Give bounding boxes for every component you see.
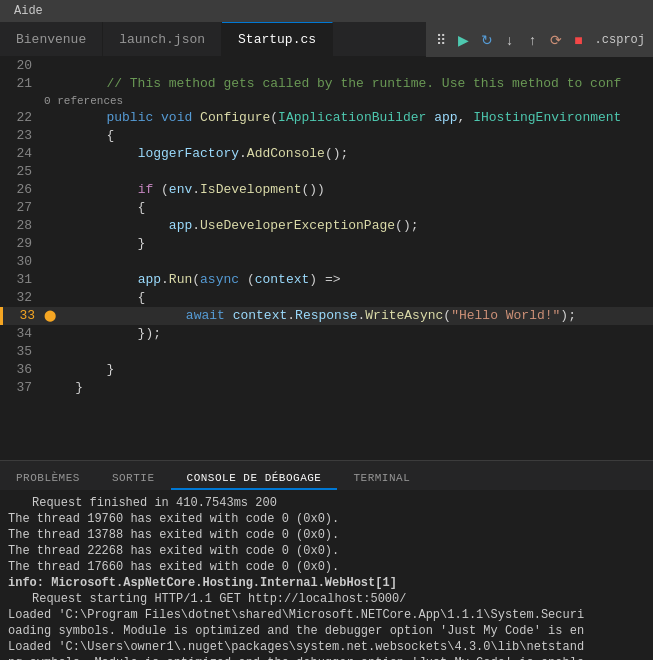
tab-bienvenue[interactable]: Bienvenue	[0, 22, 103, 57]
console-line-6: info: Microsoft.AspNetCore.Hosting.Inter…	[8, 575, 645, 591]
code-line-20: 20	[0, 57, 653, 75]
console-output: Request finished in 410.7543ms 200 The t…	[0, 491, 653, 660]
menu-bar: Aide	[0, 0, 653, 22]
code-line-30: 30	[0, 253, 653, 271]
code-line-24: 24 loggerFactory.AddConsole();	[0, 145, 653, 163]
code-line-33: 33 ⬤ await context.Response.WriteAsync("…	[0, 307, 653, 325]
code-line-27: 27 {	[0, 199, 653, 217]
tab-sortie[interactable]: SORTIE	[96, 468, 171, 490]
tab-startup-cs[interactable]: Startup.cs	[222, 22, 333, 57]
debug-marker: ⬤	[43, 307, 57, 325]
code-line-23: 23 {	[0, 127, 653, 145]
grid-button[interactable]: ⠿	[430, 29, 452, 51]
tab-console-debogage[interactable]: CONSOLE DE DÉBOGAGE	[171, 468, 338, 490]
code-line-35: 35	[0, 343, 653, 361]
step-over-button[interactable]: ↓	[499, 29, 521, 51]
code-line-34: 34 });	[0, 325, 653, 343]
restart-button[interactable]: ↻	[476, 29, 498, 51]
code-line-32: 32 {	[0, 289, 653, 307]
code-line-36: 36 }	[0, 361, 653, 379]
panel-tabs: PROBLÈMES SORTIE CONSOLE DE DÉBOGAGE TER…	[0, 461, 653, 491]
bottom-panel: PROBLÈMES SORTIE CONSOLE DE DÉBOGAGE TER…	[0, 460, 653, 660]
console-line-3: The thread 13788 has exited with code 0 …	[8, 527, 645, 543]
code-editor: 20 21 // This method gets called by the …	[0, 57, 653, 460]
stop-button[interactable]: ■	[568, 29, 590, 51]
console-line-4: The thread 22268 has exited with code 0 …	[8, 543, 645, 559]
code-line-28: 28 app.UseDeveloperExceptionPage();	[0, 217, 653, 235]
tab-launch-json[interactable]: launch.json	[103, 22, 222, 57]
tab-problemes[interactable]: PROBLÈMES	[0, 468, 96, 490]
step-into-button[interactable]: ↑	[522, 29, 544, 51]
tab-terminal[interactable]: TERMINAL	[337, 468, 426, 490]
console-line-1: Request finished in 410.7543ms 200	[8, 495, 645, 511]
code-line-25: 25	[0, 163, 653, 181]
console-line-2: The thread 19760 has exited with code 0 …	[8, 511, 645, 527]
code-line-26: 26 if (env.IsDevelopment())	[0, 181, 653, 199]
console-line-9: oading symbols. Module is optimized and …	[8, 623, 645, 639]
console-line-10: Loaded 'C:\Users\owner1\.nuget\packages\…	[8, 639, 645, 655]
code-line-31: 31 app.Run(async (context) =>	[0, 271, 653, 289]
tab-bar: Bienvenue launch.json Startup.cs	[0, 22, 426, 57]
run-button[interactable]: ▶	[453, 29, 475, 51]
console-line-5: The thread 17660 has exited with code 0 …	[8, 559, 645, 575]
csproj-label: .csproj	[591, 33, 649, 47]
console-line-8: Loaded 'C:\Program Files\dotnet\shared\M…	[8, 607, 645, 623]
console-line-11: ng symbols. Module is optimized and the …	[8, 655, 645, 660]
console-line-7: Request starting HTTP/1.1 GET http://loc…	[8, 591, 645, 607]
code-line-29: 29 }	[0, 235, 653, 253]
code-line-22: 22 public void Configure(IApplicationBui…	[0, 109, 653, 127]
code-line-37: 37 }	[0, 379, 653, 397]
menu-aide[interactable]: Aide	[8, 2, 49, 20]
cycle-button[interactable]: ⟳	[545, 29, 567, 51]
code-line-21-ref: 21 // This method gets called by the run…	[0, 75, 653, 109]
